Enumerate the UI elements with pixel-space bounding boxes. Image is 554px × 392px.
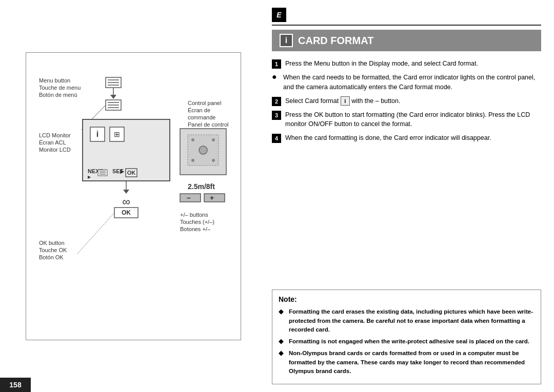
svg-text:Panel de control: Panel de control (188, 121, 229, 128)
svg-text:2.5m/8ft: 2.5m/8ft (188, 182, 215, 191)
svg-point-46 (199, 146, 207, 154)
title-text: CARD FORMAT (298, 35, 373, 47)
steps-section: 1 Press the Menu button in the Display m… (272, 59, 541, 281)
svg-text:Écran ACL: Écran ACL (39, 139, 66, 146)
svg-point-48 (212, 138, 215, 141)
svg-text:Touche OK: Touche OK (39, 247, 67, 253)
diagram-box: Menu button Touche de menu Botón de menú (26, 52, 241, 340)
diagram-svg: Menu button Touche de menu Botón de menú (36, 63, 230, 329)
title-icon-label: i (285, 36, 287, 45)
svg-text:Botón OK: Botón OK (39, 254, 64, 260)
svg-marker-32 (123, 190, 129, 194)
step-bullet-1-text: When the card needs to be formatted, the… (283, 73, 541, 92)
svg-text:▶: ▶ (88, 175, 91, 179)
note-section: Note: ◆ Formatting the card erases the e… (272, 290, 541, 384)
svg-text:–: – (187, 194, 191, 202)
page-number-text: 158 (9, 381, 21, 389)
svg-text:i: i (96, 130, 98, 138)
svg-text:▶: ▶ (120, 168, 125, 174)
step-num-4: 4 (272, 134, 281, 143)
step-4: 4 When the card formatting is done, the … (272, 133, 541, 143)
svg-line-39 (77, 213, 114, 254)
note-diamond-1: ◆ (279, 307, 286, 315)
step-3-text: Press the OK button to start formatting … (285, 110, 541, 130)
svg-text:Écran de: Écran de (188, 107, 210, 113)
bullet-dot-1: ● (272, 72, 279, 81)
svg-text:+/– buttons: +/– buttons (180, 212, 208, 218)
step-num-3: 3 (272, 111, 281, 120)
step-3: 3 Press the OK button to start formattin… (272, 110, 541, 130)
note-bullet-2-text: Formatting is not engaged when the write… (289, 337, 529, 346)
svg-text:Touches (+/–): Touches (+/–) (180, 219, 214, 225)
svg-text:+: + (210, 194, 214, 202)
note-title-text: Note: (279, 295, 297, 303)
step-4-text: When the card formatting is done, the Ca… (285, 133, 541, 143)
svg-text:Botón de menú: Botón de menú (39, 92, 77, 98)
step-1-text: Press the Menu button in the Display mod… (285, 59, 541, 69)
svg-text:OK button: OK button (39, 240, 65, 246)
step-2: 2 Select Card format i with the – button… (272, 96, 541, 106)
svg-text:Control panel: Control panel (188, 100, 221, 106)
note-title: Note: (279, 295, 535, 303)
svg-marker-7 (110, 95, 116, 99)
left-panel: Menu button Touche de menu Botón de menú (0, 0, 267, 392)
note-diamond-2: ◆ (279, 337, 286, 345)
svg-text:Monitor LCD: Monitor LCD (39, 147, 71, 153)
svg-text:⊞: ⊞ (114, 130, 120, 138)
format-icon: i (341, 96, 350, 106)
menu-button-label: Menu button (39, 77, 70, 84)
title-icon: i (280, 34, 293, 47)
e-tab: E (272, 8, 286, 22)
svg-rect-53 (204, 194, 225, 202)
step-2-text: Select Card format i with the – button. (285, 96, 541, 106)
e-tab-label: E (276, 11, 281, 19)
note-bullet-2: ◆ Formatting is not engaged when the wri… (279, 337, 535, 346)
svg-text:Touche de menu: Touche de menu (39, 85, 81, 91)
svg-text:∞: ∞ (122, 195, 130, 208)
right-panel: E i CARD FORMAT 1 Press the Menu button … (267, 0, 554, 392)
title-bar: i CARD FORMAT (272, 30, 541, 51)
svg-text:Botones +/–: Botones +/– (180, 226, 211, 232)
step-1: 1 Press the Menu button in the Display m… (272, 59, 541, 69)
step-num-1: 1 (272, 59, 281, 69)
svg-point-47 (191, 138, 194, 141)
svg-text:LCD Monitor: LCD Monitor (39, 132, 71, 138)
note-bullet-1-text: Formatting the card erases the existing … (289, 307, 535, 334)
svg-text:OK: OK (127, 170, 136, 176)
svg-text:OK: OK (122, 209, 131, 216)
note-bullet-3-text: Non-Olympus brand cards or cards formatt… (289, 349, 535, 376)
svg-text:commande: commande (188, 114, 215, 120)
svg-point-50 (212, 159, 215, 162)
page-number: 158 (0, 378, 31, 392)
svg-point-49 (191, 159, 194, 162)
note-diamond-3: ◆ (279, 349, 286, 357)
note-bullet-1: ◆ Formatting the card erases the existin… (279, 307, 535, 334)
step-num-2: 2 (272, 97, 281, 106)
step-bullet-1: ● When the card needs to be formatted, t… (272, 73, 541, 92)
page-container: Menu button Touche de menu Botón de menú (0, 0, 554, 392)
note-bullet-3: ◆ Non-Olympus brand cards or cards forma… (279, 349, 535, 376)
